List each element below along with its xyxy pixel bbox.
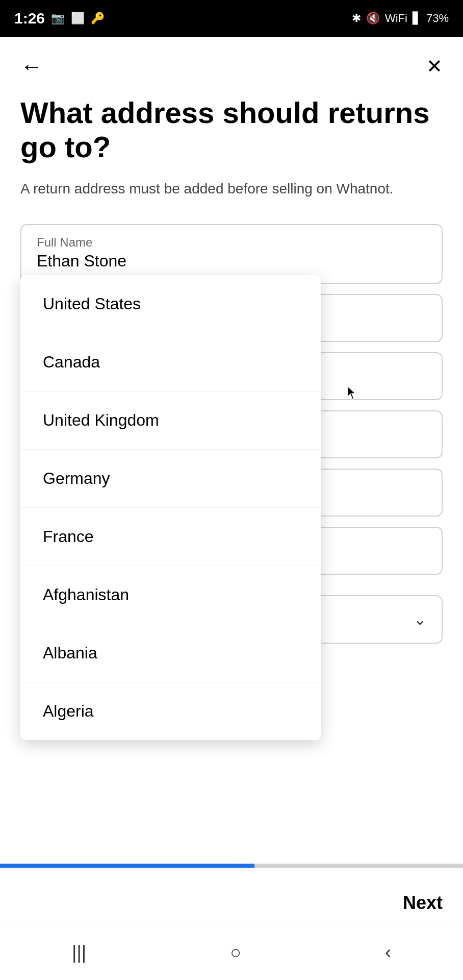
progress-bar-fill xyxy=(0,864,254,868)
signal-icon: ▋ xyxy=(413,12,421,25)
country-dropdown: United States Canada United Kingdom Germ… xyxy=(20,275,321,740)
status-bar-right: ✱ 🔇 WiFi ▋ 73% xyxy=(352,12,449,25)
camera-icon: 📷 xyxy=(51,12,65,25)
chevron-down-icon: ⌄ xyxy=(414,610,426,628)
form-fields: Full Name Ethan Stone United States Cana… xyxy=(20,224,443,644)
status-time: 1:26 xyxy=(14,10,45,27)
nav-row: ← ✕ xyxy=(20,55,443,78)
dropdown-item-uk[interactable]: United Kingdom xyxy=(20,391,321,450)
page-subtitle: A return address must be added before se… xyxy=(20,178,443,200)
back-button[interactable]: ← xyxy=(20,55,43,78)
dropdown-item-ca[interactable]: Canada xyxy=(20,333,321,391)
dropdown-item-dz[interactable]: Algeria xyxy=(20,682,321,740)
status-bar: 1:26 📷 ⬜ 🔑 ✱ 🔇 WiFi ▋ 73% xyxy=(0,0,463,37)
next-button[interactable]: Next xyxy=(403,892,443,914)
progress-bar-container xyxy=(0,864,463,868)
bluetooth-icon: ✱ xyxy=(352,12,361,25)
cast-icon: ⬜ xyxy=(71,12,85,25)
android-menu-button[interactable]: ||| xyxy=(72,942,86,963)
dropdown-item-fr[interactable]: France xyxy=(20,508,321,566)
android-back-button[interactable]: ‹ xyxy=(385,942,391,963)
android-home-button[interactable]: ○ xyxy=(230,942,241,963)
dropdown-item-af[interactable]: Afghanistan xyxy=(20,566,321,624)
android-nav-bar: ||| ○ ‹ xyxy=(0,924,463,980)
page-title: What address should returns go to? xyxy=(20,96,443,164)
main-content: ← ✕ What address should returns go to? A… xyxy=(0,37,463,644)
dropdown-item-us[interactable]: United States xyxy=(20,275,321,333)
mute-icon: 🔇 xyxy=(366,12,380,25)
full-name-value: Ethan Stone xyxy=(37,252,126,270)
dropdown-item-de[interactable]: Germany xyxy=(20,450,321,508)
full-name-label: Full Name xyxy=(37,235,426,250)
battery-icon: 73% xyxy=(426,12,449,25)
next-button-row: Next xyxy=(403,892,443,914)
key-icon: 🔑 xyxy=(91,12,105,25)
close-button[interactable]: ✕ xyxy=(426,57,443,76)
status-bar-left: 1:26 📷 ⬜ 🔑 xyxy=(14,10,105,27)
wifi-icon: WiFi xyxy=(385,12,407,25)
dropdown-item-al[interactable]: Albania xyxy=(20,624,321,682)
